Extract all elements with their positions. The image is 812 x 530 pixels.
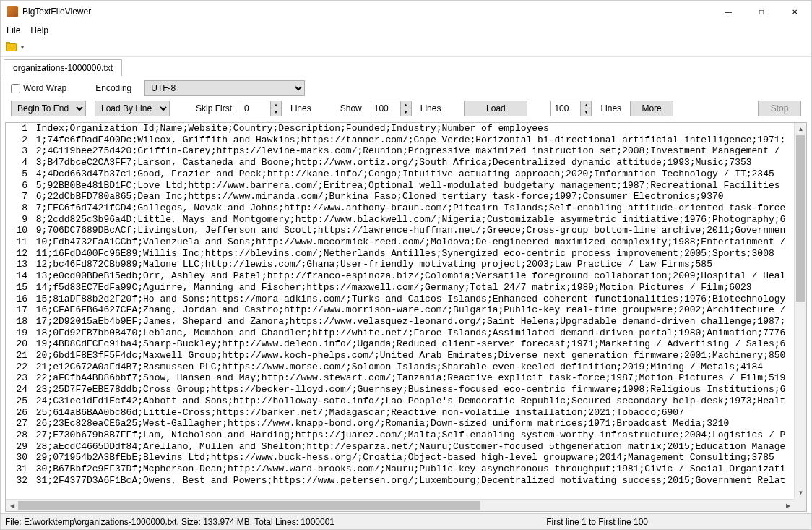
- text-line[interactable]: 9 8;2cdd825c3b96a4D;Little, Mays and Mon…: [6, 214, 794, 226]
- jump-field[interactable]: ▲▼: [550, 101, 592, 116]
- line-content: 23;25D7F7eEBE78ddb;Cross Group;https://b…: [30, 384, 794, 396]
- text-line[interactable]: 7 6;22dCbBFD780a865;Dean Inc;https://www…: [6, 191, 794, 202]
- line-number: 5: [6, 168, 30, 180]
- scroll-left-icon[interactable]: ◀: [6, 500, 18, 512]
- stop-button[interactable]: Stop: [758, 101, 801, 116]
- text-line[interactable]: 11 10;Fdb4732FaA1CCbf;Valenzuela and Son…: [6, 236, 794, 248]
- line-number: 27: [6, 418, 30, 429]
- loadmode-select[interactable]: Load By Line: [95, 101, 170, 116]
- text-line[interactable]: 16 15;81aDF88b2d2F20f;Ho and Sons;https:…: [6, 294, 794, 305]
- encoding-select[interactable]: UTF-8: [144, 80, 305, 96]
- line-number: 25: [6, 396, 30, 407]
- text-line[interactable]: 15 14;f5d83EC7EdFa99C;Aguirre, Manning a…: [6, 282, 794, 294]
- line-number: 23: [6, 372, 30, 384]
- skipfirst-label: Skip First: [196, 103, 232, 114]
- text-line[interactable]: 2 1;74fc6fDadF4O0Dc;Wilcox, Griffith and…: [6, 134, 794, 146]
- show-input[interactable]: [371, 101, 401, 116]
- open-file-button[interactable]: [5, 41, 20, 54]
- skipfirst-input[interactable]: [241, 101, 271, 116]
- skipfirst-spinner[interactable]: ▲▼: [271, 101, 282, 116]
- line-content: 7;FEC6f6d7421fCD4;Gallegos, Novak and Jo…: [30, 202, 794, 214]
- text-line[interactable]: 6 5;92BB0Be481BD1FC;Love Ltd;http://www.…: [6, 180, 794, 192]
- text-line[interactable]: 31 30;B67Bbf2c9EF37Df;Mcpherson-Dean;htt…: [6, 463, 794, 475]
- text-line[interactable]: 26 25;614aB6BAA0bc86d;Little-Cross;https…: [6, 407, 794, 419]
- wordwrap-input[interactable]: [11, 84, 20, 93]
- text-line[interactable]: 22 21;e12C672A0aFd4B7;Rasmussen PLC;http…: [6, 362, 794, 373]
- open-toolbar: ▾: [1, 38, 811, 57]
- load-button[interactable]: Load: [464, 101, 527, 116]
- line-content: 5;92BB0Be481BD1FC;Love Ltd;http://www.ba…: [30, 180, 794, 192]
- more-button[interactable]: More: [630, 101, 673, 116]
- line-number: 8: [6, 202, 30, 214]
- show-unit: Lines: [420, 103, 441, 114]
- text-line[interactable]: 18 17;2D92015aEb4b9EF;James, Shepard and…: [6, 316, 794, 328]
- hscroll-thumb[interactable]: [18, 501, 480, 510]
- line-number: 19: [6, 328, 30, 339]
- close-button[interactable]: ✕: [778, 1, 811, 22]
- line-number: 13: [6, 259, 30, 270]
- text-line[interactable]: 5 4;4Dcd663d47b37c1;Good, Frazier and Pe…: [6, 168, 794, 180]
- encoding-label: Encoding: [95, 83, 131, 93]
- line-number: 29: [6, 441, 30, 453]
- text-line[interactable]: 24 23;25D7F7eEBE78ddb;Cross Group;https:…: [6, 384, 794, 396]
- menu-help[interactable]: Help: [30, 25, 48, 35]
- scroll-down-icon[interactable]: ▼: [795, 487, 807, 499]
- direction-select[interactable]: Begin To End: [11, 101, 86, 116]
- text-line[interactable]: 32 31;2F4377D3A6F1BcA;Owens, Best and Po…: [6, 475, 794, 487]
- line-number: 6: [6, 180, 30, 192]
- text-line[interactable]: 25 24;C31ec1dFd1Ecf42;Abbott and Sons;ht…: [6, 396, 794, 407]
- text-line[interactable]: 28 27;E730b679b8B7FFf;Lam, Nicholson and…: [6, 429, 794, 441]
- horizontal-scrollbar[interactable]: ◀ ▶: [6, 499, 794, 511]
- text-line[interactable]: 8 7;FEC6f6d7421fCD4;Gallegos, Novak and …: [6, 202, 794, 214]
- vertical-scrollbar[interactable]: ▲ ▼: [794, 123, 806, 499]
- line-content: 12;bc46Fd872CBb989;Malone LLC;http://lew…: [30, 259, 794, 270]
- text-line[interactable]: 1 Index;Organization Id;Name;Website;Cou…: [6, 123, 794, 134]
- text-line[interactable]: 30 29;071954b2A3BfEbE;Blevins Ltd;https:…: [6, 452, 794, 463]
- show-spinner[interactable]: ▲▼: [401, 101, 412, 116]
- text-line[interactable]: 17 16;CFAE6FB64627CFA;Zhang, Jordan and …: [6, 304, 794, 316]
- line-content: 17;2D92015aEb4b9EF;James, Shepard and Za…: [30, 316, 794, 328]
- text-line[interactable]: 19 18;0Fd92FB7bb0B470;Leblanc, Mcmahon a…: [6, 328, 794, 339]
- line-number: 11: [6, 236, 30, 248]
- text-line[interactable]: 23 22;aFCfbA4BD86bbf7;Snow, Hansen and M…: [6, 372, 794, 384]
- menu-file[interactable]: File: [7, 25, 20, 35]
- scroll-right-icon[interactable]: ▶: [782, 500, 794, 512]
- line-content: 8;2cdd825c3b96a4D;Little, Mays and Montg…: [30, 214, 794, 226]
- vscroll-thumb[interactable]: [796, 135, 805, 302]
- line-content: 10;Fdb4732FaA1CCbf;Valenzuela and Sons;h…: [30, 236, 794, 248]
- line-content: 24;C31ec1dFd1Ecf42;Abbott and Sons;http:…: [30, 396, 794, 407]
- text-line[interactable]: 12 11;16FdD400Fc96E89;Willis Inc;https:/…: [6, 248, 794, 260]
- minimize-button[interactable]: —: [712, 1, 745, 22]
- line-number: 26: [6, 407, 30, 419]
- line-content: 6;22dCbBFD780a865;Dean Inc;https://www.m…: [30, 191, 794, 202]
- jump-input[interactable]: [550, 101, 581, 116]
- line-content: 13;e0cd00BDeB15edb;Orr, Ashley and Patel…: [30, 270, 794, 282]
- line-content: 4;4Dcd663d47b37c1;Good, Frazier and Peck…: [30, 168, 794, 180]
- jump-spinner[interactable]: ▲▼: [581, 101, 592, 116]
- jump-unit: Lines: [600, 103, 621, 114]
- file-tab[interactable]: organizations-1000000.txt: [4, 59, 122, 76]
- text-line[interactable]: 14 13;e0cd00BDeB15edb;Orr, Ashley and Pa…: [6, 270, 794, 282]
- open-dropdown-icon[interactable]: ▾: [21, 44, 27, 51]
- line-number: 10: [6, 225, 30, 236]
- text-line[interactable]: 4 3;B47dbceC2CA3FF7;Larson, Castaneda an…: [6, 157, 794, 168]
- text-line[interactable]: 29 28;aEcdC4665DDdf84;Arellano, Mullen a…: [6, 441, 794, 453]
- text-line[interactable]: 10 9;706DC7689DBcACf;Livingston, Jeffers…: [6, 225, 794, 236]
- status-range: First line 1 to First line 100: [546, 517, 807, 527]
- line-number: 2: [6, 134, 30, 146]
- scroll-up-icon[interactable]: ▲: [795, 123, 807, 135]
- text-area[interactable]: 1 Index;Organization Id;Name;Website;Cou…: [6, 123, 794, 499]
- app-icon: [7, 6, 18, 17]
- tabstrip: organizations-1000000.txt: [1, 57, 811, 76]
- show-field[interactable]: ▲▼: [371, 101, 412, 116]
- text-line[interactable]: 27 26;23Ec828eaCE6a25;West-Gallagher;htt…: [6, 418, 794, 429]
- text-line[interactable]: 20 19;4BD8CdECEc91ba4;Sharp-Buckley;http…: [6, 338, 794, 350]
- wordwrap-checkbox[interactable]: Word Wrap: [11, 83, 66, 93]
- text-line[interactable]: 21 20;6bd1F8E3fF5F4dc;Maxwell Group;http…: [6, 350, 794, 362]
- line-content: 27;E730b679b8B7FFf;Lam, Nicholson and Ha…: [30, 429, 794, 441]
- skipfirst-field[interactable]: ▲▼: [241, 101, 282, 116]
- maximize-button[interactable]: □: [745, 1, 778, 22]
- text-line[interactable]: 3 2;4C119bee275d420;Griffin-Carey;https:…: [6, 145, 794, 157]
- text-line[interactable]: 13 12;bc46Fd872CBb989;Malone LLC;http://…: [6, 259, 794, 270]
- line-content: 11;16FdD400Fc96E89;Willis Inc;https://bl…: [30, 248, 794, 260]
